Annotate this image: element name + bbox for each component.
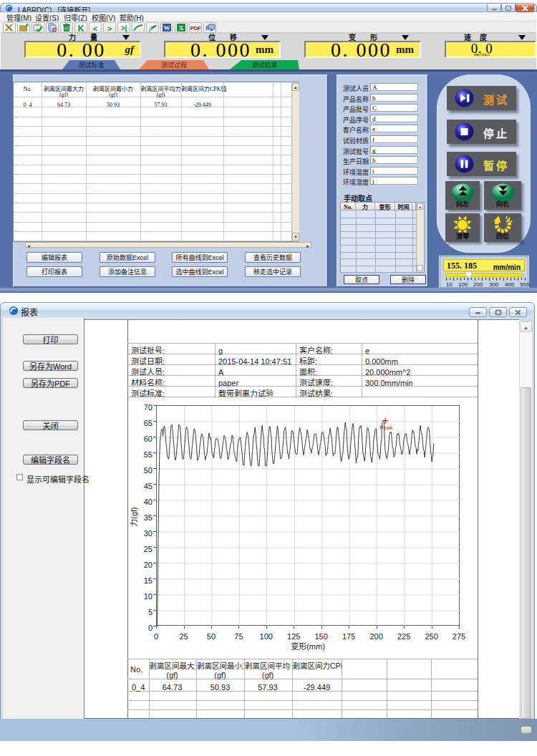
svg-text:Peak: Peak — [379, 423, 393, 431]
svg-text:X: X — [179, 24, 184, 32]
svg-text:W: W — [164, 24, 170, 32]
